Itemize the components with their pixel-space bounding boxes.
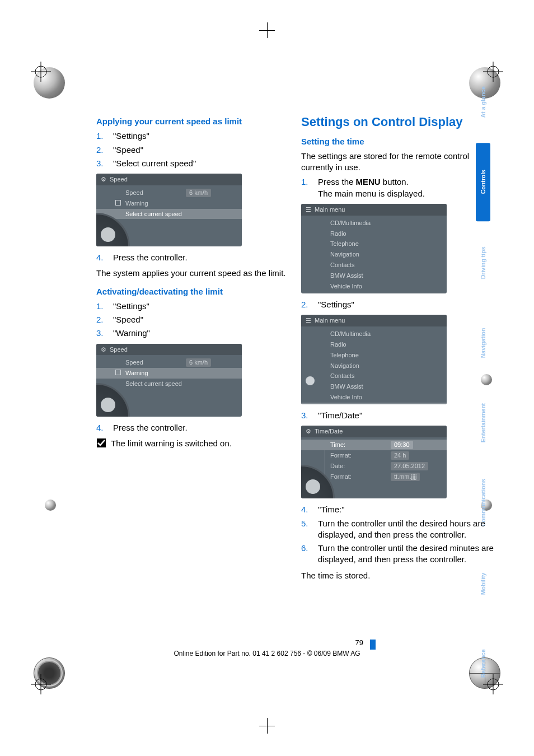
menu-item: Contacts <box>301 260 447 270</box>
limit-warning-on: The limit warning is switched on. <box>96 438 289 449</box>
time-step-3: 3."Time/Date" <box>301 410 494 421</box>
list-item: 3."Time/Date" <box>301 410 494 421</box>
left-column: Applying your current speed as limit 1."… <box>96 114 289 661</box>
time-step-1: 1. Press the MENU button.The main menu i… <box>301 176 494 199</box>
cropmark-icon <box>31 62 51 82</box>
time-step-2: 2."Settings" <box>301 299 494 310</box>
menu-item: Radio <box>301 339 447 350</box>
screenshot-main-menu: ☰Main menu CD/MultimediaRadioTelephoneNa… <box>301 204 447 293</box>
menu-item: Settings <box>301 292 447 293</box>
gear-icon: ⚙ <box>306 427 311 436</box>
list-item: 1."Settings" <box>96 301 289 312</box>
page-number: 79 <box>355 638 363 648</box>
list-item: 3."Select current speed" <box>96 158 289 169</box>
menu-item: Navigation <box>301 249 447 260</box>
heading-apply-speed: Applying your current speed as limit <box>96 116 289 127</box>
menu-item: BMW Assist <box>301 381 447 392</box>
list-item: 2."Speed" <box>96 144 289 156</box>
checkbox-icon <box>115 370 121 375</box>
menu-item: Contacts <box>301 371 447 381</box>
gear-icon: ⚙ <box>101 175 106 184</box>
crop-cross-top <box>259 22 275 38</box>
print-reg-left <box>45 500 56 511</box>
menu-item: BMW Assist <box>301 270 447 281</box>
screenshot-main-menu-settings: ☰Main menu CD/MultimediaRadioTelephoneNa… <box>301 315 447 404</box>
menu-item: Vehicle Info <box>301 281 447 292</box>
menu-item: Telephone <box>301 350 447 361</box>
apply-steps: 1."Settings" 2."Speed" 3."Select current… <box>96 130 289 169</box>
apply-after-text: The system applies your current speed as… <box>96 268 289 279</box>
screenshot-speed-select: ⚙Speed Speed6 km/h Warning Select curren… <box>96 174 242 246</box>
activate-step-4: 4.Press the controller. <box>96 422 289 433</box>
footer-line: Online Edition for Part no. 01 41 2 602 … <box>0 649 534 658</box>
activate-steps: 1."Settings" 2."Speed" 3."Warning" <box>96 301 289 339</box>
list-item: 3."Warning" <box>96 328 289 339</box>
heading-setting-time: Setting the time <box>301 136 494 147</box>
list-item: 4."Time:" <box>301 504 494 515</box>
apply-step-4: 4.Press the controller. <box>96 252 289 263</box>
menu-item: CD/Multimedia <box>301 329 447 339</box>
menu-item: CD/Multimedia <box>301 218 447 228</box>
menu-item: Radio <box>301 228 447 239</box>
list-item: 4.Press the controller. <box>96 422 289 433</box>
list-item: 5.Turn the controller until the desired … <box>301 518 494 541</box>
time-steps-456: 4."Time:" 5.Turn the controller until th… <box>301 504 494 565</box>
screenshot-time-date: ⚙Time/Date Time:09:30 Format:24 h Date:2… <box>301 426 447 498</box>
check-icon <box>96 438 106 448</box>
time-intro: The settings are stored for the remote c… <box>301 151 494 174</box>
heading-settings-display: Settings on Control Display <box>301 114 494 130</box>
menu-item: Telephone <box>301 239 447 249</box>
time-stored: The time is stored. <box>301 570 494 581</box>
cropmark-icon <box>31 674 51 694</box>
screenshot-speed-warning: ⚙Speed Speed6 km/h Warning Select curren… <box>96 344 242 417</box>
list-item: 1. Press the MENU button.The main menu i… <box>301 176 494 199</box>
home-icon: ☰ <box>306 316 311 325</box>
menu-item: Vehicle Info <box>301 392 447 403</box>
checkbox-icon <box>115 200 121 206</box>
right-column: Settings on Control Display Setting the … <box>301 114 494 661</box>
gear-icon: ⚙ <box>101 346 106 354</box>
list-item: 1."Settings" <box>96 130 289 142</box>
menu-item: Settings <box>301 403 447 404</box>
home-icon: ☰ <box>306 206 311 214</box>
list-item: 2."Settings" <box>301 299 494 310</box>
list-item: 6.Turn the controller until the desired … <box>301 543 494 566</box>
heading-activate: Activating/deactivating the limit <box>96 286 289 297</box>
crop-cross-bottom <box>259 718 275 734</box>
list-item: 2."Speed" <box>96 314 289 325</box>
list-item: 4.Press the controller. <box>96 252 289 263</box>
menu-item: Navigation <box>301 361 447 371</box>
page-mark <box>370 640 376 650</box>
